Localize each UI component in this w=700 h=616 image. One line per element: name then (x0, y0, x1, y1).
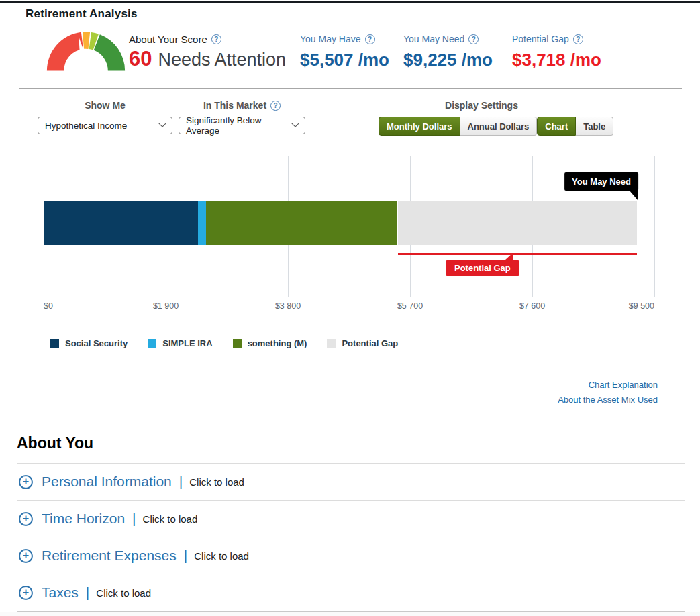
potential-gap-label: Potential Gap (446, 260, 519, 276)
chart-legend: Social SecuritySIMPLE IRAsomething (M)Po… (50, 338, 685, 348)
display-settings-label: Display Settings (379, 100, 585, 111)
tooltip-pointer-icon (629, 190, 638, 200)
market-control: In This Market ? Significantly Below Ave… (179, 100, 305, 136)
annual-dollars-button[interactable]: Annual Dollars (460, 117, 538, 136)
title-separator: | (86, 584, 89, 601)
bottom-strip (0, 612, 700, 616)
metric-you-may-need: You May Need ? $9,225 /mo (403, 34, 512, 70)
section-divider (19, 88, 682, 89)
retirement-analysis-page: Retirement Analysis About Your Score ? 6… (0, 7, 700, 616)
score-value-row: 60 Needs Attention (129, 47, 274, 71)
top-border-rule (0, 1, 700, 3)
metric-you-may-have: You May Have ? $5,507 /mo (300, 34, 403, 70)
help-icon[interactable]: ? (573, 34, 583, 44)
legend-item: SIMPLE IRA (148, 338, 212, 348)
legend-item: something (M) (233, 338, 307, 348)
accordion-row-personal-information[interactable]: +Personal Information|Click to load (17, 463, 685, 500)
score-gauge-graphic (46, 30, 126, 71)
score-label-row: About Your Score ? (129, 34, 274, 45)
market-selected-value: Significantly Below Average (186, 115, 293, 136)
accordion-row-retirement-expenses[interactable]: +Retirement Expenses|Click to load (17, 537, 685, 574)
about-you-accordion: +Personal Information|Click to load+Time… (17, 463, 685, 611)
metric-value: $9,225 /mo (403, 50, 512, 70)
gauge-red-segment (47, 32, 83, 71)
about-you-heading: About You (17, 434, 685, 452)
expand-plus-icon[interactable]: + (19, 475, 33, 489)
section-title[interactable]: Retirement Expenses (42, 548, 177, 564)
chevron-down-icon (158, 120, 166, 127)
score-status: Needs Attention (158, 50, 286, 70)
income-bar-chart: $0$1 900$3 800$5 700$7 600$9 500You May … (44, 156, 685, 315)
market-label: In This Market (203, 100, 266, 111)
metric-label-row: You May Have ? (300, 34, 403, 44)
axis-tick-label: $1 900 (153, 301, 179, 311)
legend-label: Potential Gap (342, 338, 398, 348)
page-title: Retirement Analysis (26, 7, 685, 21)
expand-plus-icon[interactable]: + (19, 512, 33, 526)
help-icon[interactable]: ? (365, 34, 375, 44)
score-block: About Your Score ? 60 Needs Attention (129, 30, 274, 71)
metric-value: $5,507 /mo (300, 50, 403, 70)
click-to-load-hint[interactable]: Click to load (96, 587, 151, 599)
monthly-dollars-button[interactable]: Monthly Dollars (379, 117, 460, 136)
show-me-control: Show Me Hypothetical Income (38, 100, 172, 136)
section-title[interactable]: Personal Information (42, 474, 172, 490)
legend-label: something (M) (248, 338, 307, 348)
legend-swatch (50, 339, 59, 348)
section-title[interactable]: Time Horizon (42, 511, 125, 527)
market-dropdown[interactable]: Significantly Below Average (179, 117, 305, 134)
legend-swatch (148, 339, 156, 348)
axis-tick-label: $7 600 (519, 301, 545, 311)
legend-item: Potential Gap (327, 338, 398, 348)
axis-tick-label: $3 800 (275, 301, 301, 311)
score-number: 60 (129, 47, 152, 71)
click-to-load-hint[interactable]: Click to load (189, 476, 244, 488)
table-view-button[interactable]: Table (576, 117, 613, 136)
accordion-row-taxes[interactable]: +Taxes|Click to load (17, 574, 685, 611)
asset-mix-link[interactable]: About the Asset Mix Used (17, 393, 658, 407)
chevron-down-icon (291, 120, 299, 127)
title-separator: | (179, 474, 183, 490)
chart-view-button[interactable]: Chart (537, 117, 576, 136)
bar-segment-potential-gap[interactable] (398, 201, 637, 245)
expand-plus-icon[interactable]: + (19, 549, 33, 563)
legend-swatch (327, 339, 336, 348)
display-settings-buttons: Monthly Dollars Annual Dollars Chart Tab… (379, 117, 585, 136)
title-separator: | (184, 548, 187, 564)
score-label: About Your Score (129, 34, 207, 45)
click-to-load-hint[interactable]: Click to load (143, 513, 198, 525)
help-icon[interactable]: ? (211, 34, 221, 44)
legend-swatch (233, 339, 242, 348)
axis-tick-label: $5 700 (397, 301, 423, 311)
expand-plus-icon[interactable]: + (19, 586, 33, 600)
show-me-dropdown[interactable]: Hypothetical Income (38, 117, 172, 134)
title-separator: | (132, 511, 136, 527)
display-settings-group: Display Settings Monthly Dollars Annual … (379, 100, 585, 136)
gap-label-pointer-icon (505, 252, 513, 260)
gauge-orange-segment (83, 32, 90, 49)
bar-segment-something-m-[interactable] (206, 201, 397, 245)
metric-label: You May Need (403, 34, 464, 44)
market-label-row: In This Market ? (179, 100, 305, 111)
help-icon[interactable]: ? (468, 34, 479, 44)
legend-label: SIMPLE IRA (162, 338, 212, 348)
help-icon[interactable]: ? (270, 101, 281, 111)
potential-gap-line (398, 253, 637, 255)
chart-explanation-link[interactable]: Chart Explanation (17, 378, 658, 393)
metric-label-row: You May Need ? (403, 34, 512, 44)
legend-item: Social Security (50, 338, 128, 348)
metric-potential-gap: Potential Gap ? $3,718 /mo (512, 34, 619, 70)
metric-label-row: Potential Gap ? (512, 34, 619, 44)
accordion-row-time-horizon[interactable]: +Time Horizon|Click to load (17, 500, 685, 537)
metric-label: Potential Gap (512, 34, 569, 44)
bar-segment-social-security[interactable] (44, 201, 198, 245)
chart-controls-row: Show Me Hypothetical Income In This Mark… (17, 100, 685, 136)
section-title[interactable]: Taxes (42, 584, 79, 601)
score-gauge (46, 30, 126, 74)
bar-segment-simple-ira[interactable] (198, 201, 206, 245)
click-to-load-hint[interactable]: Click to load (194, 550, 249, 562)
chart-links: Chart Explanation About the Asset Mix Us… (17, 378, 685, 407)
metric-value: $3,718 /mo (512, 50, 619, 70)
score-summary-row: About Your Score ? 60 Needs Attention Yo… (17, 30, 685, 73)
metric-label: You May Have (300, 34, 361, 44)
